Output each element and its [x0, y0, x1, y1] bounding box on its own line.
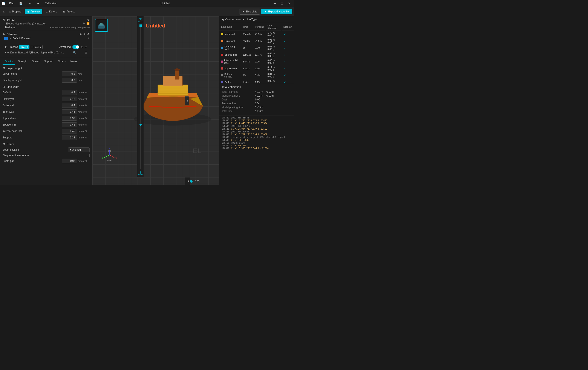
process-action-2[interactable]: ⊟ [85, 46, 87, 49]
display-cell[interactable]: ✓ [282, 72, 294, 79]
filament-edit-icon[interactable]: ✎ [87, 37, 90, 40]
profile-search-icon[interactable]: 🔍 [73, 51, 76, 54]
menu-save[interactable]: 💾 [18, 1, 24, 6]
sparse-infill-input[interactable] [62, 122, 77, 127]
objects-tag[interactable]: Objects [31, 45, 42, 49]
seam-group[interactable]: ⊟ Seam [0, 141, 92, 147]
display-cell[interactable]: ✓ [282, 51, 294, 58]
line-width-group[interactable]: ⊟ Line width [0, 83, 92, 89]
slice-dropdown[interactable]: ▼ Slice plate [239, 9, 260, 15]
process-action-1[interactable]: ⊞ [81, 46, 83, 49]
layer-height-group[interactable]: ⊟ Layer height [0, 65, 92, 70]
add-filament-icon[interactable]: ⊕ [80, 33, 82, 36]
time-cell: 21s [241, 72, 253, 79]
first-layer-width-input[interactable] [62, 97, 77, 101]
menu-redo[interactable]: ↪ [35, 1, 40, 6]
layer-height-input[interactable] [62, 71, 77, 76]
collapse-panel-button[interactable]: ◀ [185, 96, 189, 105]
staggered-seams-checkbox[interactable] [87, 154, 90, 157]
layer-handle-top[interactable] [139, 24, 142, 27]
display-checkbox[interactable]: ✓ [284, 74, 286, 77]
menu-calibration[interactable]: Calibration [44, 1, 58, 6]
edit-printer-icon[interactable]: ✎ [83, 22, 85, 25]
menu-file[interactable]: File [8, 1, 15, 6]
display-cell[interactable]: ✓ [282, 38, 294, 44]
printer-settings-icon[interactable]: ⚙ [87, 18, 90, 21]
model-label: Untitled [146, 23, 165, 29]
process-icon: ⊟ [5, 46, 7, 49]
preview-button[interactable]: ◈ Preview [25, 9, 42, 14]
top-surface-input[interactable] [62, 116, 77, 121]
display-cell[interactable]: ✓ [282, 45, 294, 51]
filament-settings-icon[interactable]: ⚙ [87, 33, 90, 36]
remove-filament-icon[interactable]: ⊖ [83, 33, 85, 36]
gcode-line: 178511;WIDTH:0.38455 [219, 116, 294, 119]
inner-wall-input[interactable] [62, 110, 77, 114]
color-table-body: Inner wall 39m46s 41.5% 1.79 m 0.00 g ✓ … [220, 31, 294, 83]
display-cell[interactable]: ✓ [282, 31, 294, 37]
display-checkbox[interactable]: ✓ [284, 80, 286, 83]
prepare-button[interactable]: □ Prepare [7, 9, 24, 14]
filament-cell: 0.01 m 0.00 g [266, 45, 281, 51]
time-cell: 2m22s [241, 65, 253, 72]
device-button[interactable]: ⬡ Device [43, 9, 60, 14]
export-button[interactable]: ▼ Export G-code file [261, 9, 292, 14]
display-checkbox[interactable]: ✓ [284, 46, 286, 50]
outer-wall-input[interactable] [62, 103, 77, 108]
color-scheme-type[interactable]: Line Type [246, 18, 257, 21]
display-checkbox[interactable]: ✓ [284, 53, 286, 56]
gcode-line-number: 178518 [221, 136, 229, 139]
profile-edit-icon[interactable]: ⊞ [85, 51, 87, 54]
maximize-button[interactable]: □ [279, 1, 284, 6]
slider-thumb[interactable] [190, 180, 193, 183]
seam-gap-row: Seam gap mm or % [0, 158, 92, 164]
preview-icon: ◈ [27, 10, 29, 13]
advanced-toggle[interactable] [73, 45, 79, 49]
col-line-type: Line Type [220, 23, 241, 30]
display-checkbox[interactable]: ✓ [284, 32, 286, 36]
tab-support[interactable]: Support [42, 59, 55, 65]
support-unit: mm or % [78, 136, 90, 139]
bed-type-value[interactable]: ▾ Smooth PEI Plate / High Temp Plate [50, 26, 90, 29]
display-cell[interactable]: ✓ [282, 58, 294, 65]
default-input[interactable] [62, 90, 77, 95]
color-table-row: Bottom surface 21s 0.4% 0.01 m 0.00 g ✓ [220, 72, 294, 79]
minimize-button[interactable]: ─ [272, 1, 278, 6]
home-button[interactable]: ⌂ [2, 9, 6, 14]
col-display: Display [282, 23, 294, 30]
settings-scroll: ⊟ Layer height Layer height mm First lay… [0, 65, 92, 185]
inner-wall-row: Inner wall mm or % [0, 109, 92, 115]
tab-strength[interactable]: Strength [15, 59, 29, 65]
tab-speed[interactable]: Speed [30, 59, 42, 65]
first-layer-height-input[interactable] [62, 78, 77, 83]
tab-others[interactable]: Others [56, 59, 68, 65]
close-button[interactable]: ✕ [286, 1, 292, 6]
project-button[interactable]: ⊞ Project [61, 9, 77, 14]
display-cell[interactable]: ✓ [282, 65, 294, 72]
thumbnail-item[interactable] [95, 19, 108, 32]
global-tag[interactable]: Global [19, 45, 30, 49]
display-cell[interactable]: ✓ [282, 79, 294, 83]
svg-rect-9 [163, 76, 182, 86]
layer-slider: ⊞ 160 [185, 177, 190, 185]
display-checkbox[interactable]: ✓ [284, 67, 286, 70]
support-input[interactable] [62, 135, 77, 140]
color-table-row: Sparse infill 11m15s 11.7% 0.55 m 0.00 g… [220, 51, 294, 58]
tab-notes[interactable]: Notes [68, 59, 79, 65]
layer-indicator-bottom: 1 0.20 [138, 171, 143, 176]
titlebar-menu: File 💾 ↩ ↪ Calibration [8, 1, 59, 6]
seam-position-dropdown[interactable]: ▾ Aligned [68, 148, 90, 152]
display-checkbox[interactable]: ✓ [284, 39, 286, 43]
display-checkbox[interactable]: ✓ [284, 60, 286, 63]
layer-height-value: mm [62, 71, 90, 76]
nav-cube[interactable]: Top Front X Z Y [101, 146, 118, 164]
main-area: 🖨 Printer ⚙ Elegoo Neptune 4 Pro (0.4 no… [0, 16, 294, 185]
gcode-line: 178514;WIDTH:0.386292 [219, 125, 294, 128]
settings-tabs: Quality Strength Speed Support Others No… [0, 57, 92, 65]
tab-quality[interactable]: Quality [3, 59, 15, 65]
seam-gap-input[interactable] [62, 159, 77, 163]
menu-undo[interactable]: ↩ [27, 1, 32, 6]
viewport[interactable]: Untitled [92, 16, 219, 185]
internal-solid-infill-input[interactable] [62, 129, 77, 133]
layer-handle-bottom[interactable] [139, 124, 142, 126]
